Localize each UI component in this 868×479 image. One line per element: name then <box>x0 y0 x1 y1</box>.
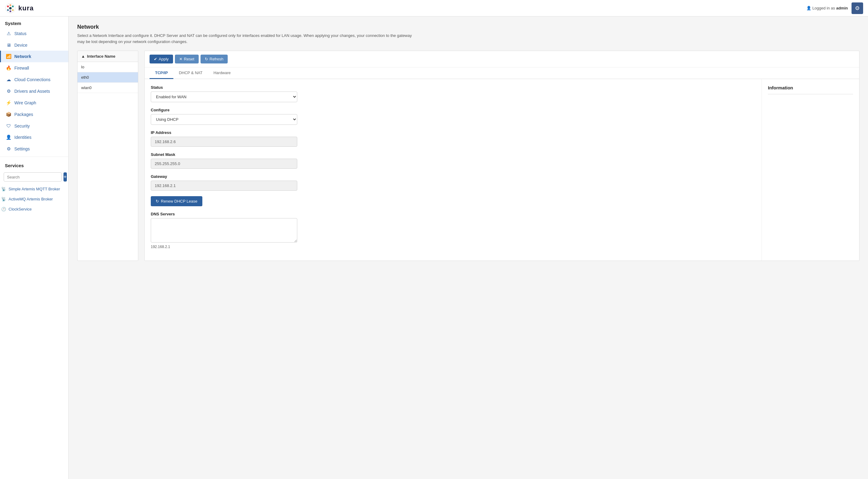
system-section-title: System <box>0 17 68 28</box>
wire-graph-icon: ⚡ <box>6 100 11 105</box>
kura-logo-icon <box>5 3 16 14</box>
interface-row-eth0[interactable]: eth0 <box>78 72 138 83</box>
reset-button[interactable]: ✕ Reset <box>175 55 199 63</box>
sidebar-item-wire-graph[interactable]: ⚡ Wire Graph <box>0 97 68 108</box>
info-panel: Information <box>762 79 859 260</box>
tab-hardware[interactable]: Hardware <box>208 67 236 79</box>
firewall-icon: 🔥 <box>6 65 11 71</box>
svg-point-3 <box>12 5 14 7</box>
x-icon: ✕ <box>179 57 183 61</box>
sidebar: System ⚠ Status 🖥 Device 📶 Network 🔥 Fir… <box>0 17 69 479</box>
configure-select[interactable]: Using DHCP Manually Disabled <box>151 114 297 125</box>
sidebar-item-packages[interactable]: 📦 Packages <box>0 108 68 120</box>
sidebar-item-label: Identities <box>14 135 31 140</box>
interface-name-column: Interface Name <box>87 54 115 59</box>
page-title: Network <box>77 24 860 30</box>
service-item-clock[interactable]: 🕐 ClockService <box>0 204 68 214</box>
add-service-button[interactable]: + <box>63 172 67 182</box>
settings-gear-button[interactable]: ⚙ <box>851 2 863 14</box>
refresh-label: Refresh <box>210 57 224 61</box>
main-layout: System ⚠ Status 🖥 Device 📶 Network 🔥 Fir… <box>0 17 868 479</box>
services-search-row: + <box>4 172 65 182</box>
subnet-mask-form-group: Subnet Mask <box>151 152 755 169</box>
form-area: Status Enabled for WAN Enabled for LAN D… <box>145 79 762 260</box>
dns-note: 192.168.2.1 <box>151 245 755 249</box>
sidebar-item-label: Wire Graph <box>14 100 36 105</box>
logged-in-text: 👤 Logged in as admin <box>806 6 848 10</box>
apply-button[interactable]: ✔ Apply <box>150 55 173 63</box>
sidebar-item-network[interactable]: 📶 Network <box>0 51 68 62</box>
info-panel-title: Information <box>768 85 853 90</box>
configure-label: Configure <box>151 108 755 112</box>
subnet-mask-label: Subnet Mask <box>151 152 755 157</box>
ip-address-form-group: IP Address <box>151 130 755 147</box>
dns-servers-label: DNS Servers <box>151 212 755 216</box>
gateway-form-group: Gateway <box>151 174 755 191</box>
sidebar-item-cloud-connections[interactable]: ☁ Cloud Connections <box>0 74 68 86</box>
activemq-icon: 📡 <box>1 197 6 201</box>
drivers-icon: ⚙ <box>6 89 11 94</box>
tab-tcpip[interactable]: TCP/IP <box>150 67 173 79</box>
packages-icon: 📦 <box>6 111 11 117</box>
interface-row-lo[interactable]: lo <box>78 62 138 72</box>
sidebar-item-label: Status <box>14 31 27 36</box>
refresh-button[interactable]: ↻ Refresh <box>200 55 228 63</box>
form-and-info: Status Enabled for WAN Enabled for LAN D… <box>145 79 859 260</box>
status-icon: ⚠ <box>6 31 11 36</box>
page-description: Select a Network Interface and configure… <box>77 33 413 44</box>
logo-area: kura <box>5 3 34 14</box>
renew-icon: ↻ <box>156 199 159 203</box>
apply-label: Apply <box>159 57 169 61</box>
sidebar-item-label: Settings <box>14 147 30 151</box>
services-section-title: Services <box>0 159 68 170</box>
clock-icon: 🕐 <box>1 207 6 212</box>
right-panel: ✔ Apply ✕ Reset ↻ Refresh TCP/IP DHCP <box>144 51 860 261</box>
service-label: ActiveMQ Artemis Broker <box>8 197 53 201</box>
security-icon: 🛡 <box>6 123 11 128</box>
sidebar-item-security[interactable]: 🛡 Security <box>0 120 68 131</box>
cloud-icon: ☁ <box>6 77 11 83</box>
sidebar-item-label: Firewall <box>14 66 29 70</box>
sidebar-item-device[interactable]: 🖥 Device <box>0 39 68 51</box>
svg-point-1 <box>7 5 9 7</box>
network-layout: ▲ Interface Name lo eth0 wlan0 ✔ Apply ✕ <box>77 51 860 261</box>
subnet-mask-input[interactable] <box>151 159 297 169</box>
svg-point-5 <box>9 10 11 12</box>
sidebar-item-label: Cloud Connections <box>14 77 50 82</box>
settings-icon: ⚙ <box>6 146 11 152</box>
sidebar-item-settings[interactable]: ⚙ Settings <box>0 143 68 155</box>
service-item-activemq[interactable]: 📡 ActiveMQ Artemis Broker <box>0 194 68 204</box>
gateway-input[interactable] <box>151 181 297 191</box>
status-form-group: Status Enabled for WAN Enabled for LAN D… <box>151 85 755 102</box>
dns-servers-textarea[interactable] <box>151 218 297 243</box>
interface-table-header: ▲ Interface Name <box>78 51 138 62</box>
sidebar-item-label: Drivers and Assets <box>14 89 50 94</box>
sidebar-item-firewall[interactable]: 🔥 Firewall <box>0 62 68 74</box>
dns-servers-form-group: DNS Servers 192.168.2.1 <box>151 212 755 249</box>
identities-icon: 👤 <box>6 134 11 140</box>
ip-address-input[interactable] <box>151 137 297 147</box>
sidebar-divider <box>0 157 68 157</box>
sidebar-item-label: Packages <box>14 112 33 117</box>
status-select[interactable]: Enabled for WAN Enabled for LAN Disabled <box>151 92 297 102</box>
tabs-bar: TCP/IP DHCP & NAT Hardware <box>145 67 859 79</box>
search-input[interactable] <box>4 172 62 182</box>
sidebar-item-label: Device <box>14 43 28 47</box>
sidebar-item-drivers-assets[interactable]: ⚙ Drivers and Assets <box>0 86 68 97</box>
svg-point-7 <box>9 7 11 9</box>
service-label: Simple Artemis MQTT Broker <box>8 187 60 191</box>
header-right: 👤 Logged in as admin ⚙ <box>806 2 863 14</box>
tab-dhcp-nat[interactable]: DHCP & NAT <box>173 67 208 79</box>
sidebar-item-identities[interactable]: 👤 Identities <box>0 131 68 143</box>
service-label: ClockService <box>8 207 32 212</box>
action-buttons: ✔ Apply ✕ Reset ↻ Refresh <box>145 51 859 67</box>
status-label: Status <box>151 85 755 90</box>
sort-asc-icon: ▲ <box>81 54 85 59</box>
services-section: + <box>0 170 68 184</box>
service-item-artemis-mqtt[interactable]: 📡 Simple Artemis MQTT Broker <box>0 184 68 194</box>
renew-dhcp-label: Renew DHCP Lease <box>161 199 197 203</box>
renew-dhcp-button[interactable]: ↻ Renew DHCP Lease <box>151 196 203 206</box>
admin-username: admin <box>836 6 848 10</box>
sidebar-item-status[interactable]: ⚠ Status <box>0 28 68 39</box>
interface-row-wlan0[interactable]: wlan0 <box>78 83 138 93</box>
